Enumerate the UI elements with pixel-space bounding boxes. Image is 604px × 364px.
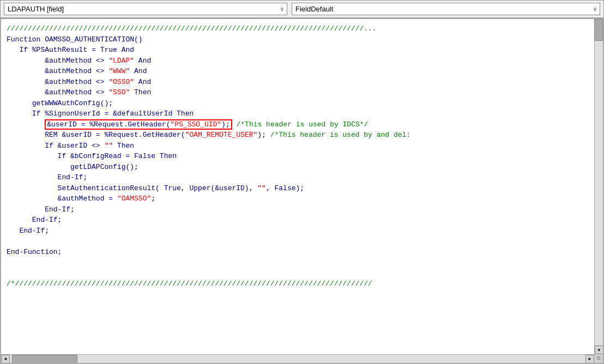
code-line-24 <box>7 268 593 279</box>
scroll-down-button[interactable]: ▼ <box>595 345 603 354</box>
code-line-12: If &userID <> "" Then <box>7 141 593 151</box>
field-dropdown[interactable]: LDAPAUTH [field] v <box>4 3 287 15</box>
code-line-22: End-Function; <box>7 247 593 258</box>
code-editor: ////////////////////////////////////////… <box>0 18 604 364</box>
code-line-23 <box>7 257 593 268</box>
fielddefault-dropdown[interactable]: FieldDefault v <box>292 3 600 15</box>
code-line-25: /*//////////////////////////////////////… <box>7 278 593 289</box>
scroll-right-button[interactable]: ► <box>585 355 594 363</box>
code-line-11: REM &userID = %Request.GetHeader("OAM_RE… <box>7 130 593 141</box>
code-line-19: End-If; <box>7 215 593 226</box>
vertical-scrollbar[interactable]: ▲ ▼ <box>594 19 603 354</box>
field-dropdown-label: LDAPAUTH [field] <box>8 5 64 13</box>
code-line-9: If %SignonUserId = &defaultUserId Then <box>7 108 593 119</box>
fielddefault-dropdown-label: FieldDefault <box>295 5 333 13</box>
code-line-6: &authMethod <> "OSSO" And <box>7 77 593 88</box>
code-line-20: End-If; <box>7 226 593 236</box>
code-content[interactable]: ////////////////////////////////////////… <box>1 19 603 363</box>
scroll-left-button[interactable]: ◄ <box>1 355 10 363</box>
fielddefault-dropdown-arrow: v <box>594 6 596 12</box>
resize-icon: ⊡ <box>594 354 603 363</box>
code-line-16: SetAuthenticationResult( True, Upper(&us… <box>7 183 593 194</box>
scroll-thumb-h[interactable] <box>12 355 77 363</box>
code-line-14: getLDAPConfig(); <box>7 162 593 173</box>
code-line-7: &authMethod <> "SSO" Then <box>7 87 593 98</box>
scroll-thumb-v[interactable] <box>594 19 603 41</box>
code-line-1: ////////////////////////////////////////… <box>7 23 593 34</box>
code-line-5: &authMethod <> "WWW" And <box>7 66 593 77</box>
code-line-4: &authMethod <> "LDAP" And <box>7 56 593 66</box>
field-dropdown-arrow: v <box>281 6 283 12</box>
code-line-13: If &bConfigRead = False Then <box>7 151 593 162</box>
code-line-21 <box>7 236 593 247</box>
scrollbar-corner: ⊡ <box>594 354 603 363</box>
code-line-8: getWWWAuthConfig(); <box>7 98 593 109</box>
toolbar: LDAPAUTH [field] v FieldDefault v <box>0 0 604 18</box>
horizontal-scrollbar[interactable]: ◄ ► <box>1 354 594 363</box>
code-line-17: &authMethod = "OAMSSO"; <box>7 193 593 204</box>
code-line-2: Function OAMSSO_AUTHENTICATION() <box>7 34 593 45</box>
code-line-3: If %PSAuthResult = True And <box>7 45 593 56</box>
highlighted-code: &userID = %Request.GetHeader("PS_SSO_UID… <box>45 119 232 130</box>
code-line-18: End-If; <box>7 204 593 215</box>
code-line-10: &userID = %Request.GetHeader("PS_SSO_UID… <box>7 119 593 130</box>
code-line-15: End-If; <box>7 172 593 183</box>
